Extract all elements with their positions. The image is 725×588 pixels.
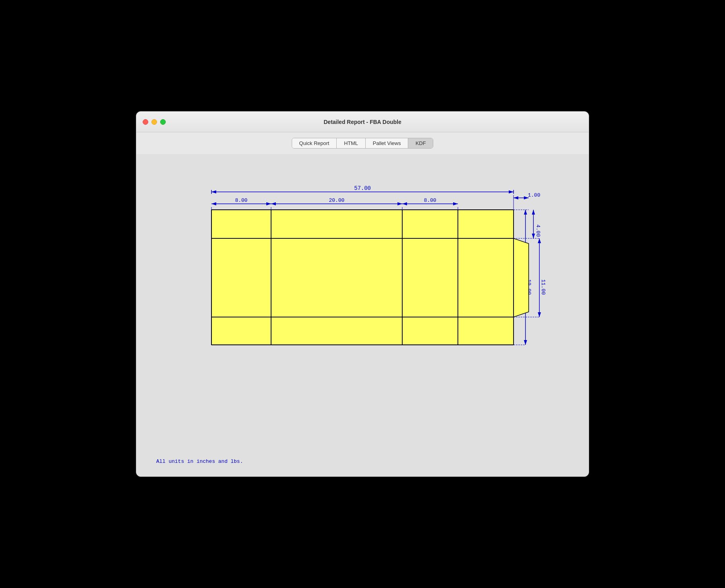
- svg-marker-19: [532, 234, 535, 238]
- svg-rect-37: [402, 317, 458, 345]
- svg-marker-22: [538, 312, 541, 317]
- titlebar: Detailed Report - FBA Double: [136, 112, 589, 132]
- minimize-button[interactable]: [151, 119, 157, 125]
- content-area: 57.00 8.00 20.00 8.00 1.00: [136, 154, 589, 476]
- tab-kdf[interactable]: KDF: [408, 138, 433, 148]
- tab-html[interactable]: HTML: [337, 138, 365, 148]
- close-button[interactable]: [143, 119, 148, 125]
- dim-middle-height: 11.00: [540, 279, 545, 295]
- svg-marker-15: [514, 196, 518, 199]
- svg-marker-21: [538, 238, 541, 243]
- maximize-button[interactable]: [160, 119, 166, 125]
- svg-rect-26: [211, 210, 271, 238]
- svg-rect-36: [271, 317, 402, 345]
- dim-section3: 8.00: [424, 197, 436, 203]
- svg-marker-9: [271, 202, 276, 205]
- main-window: Detailed Report - FBA Double Quick Repor…: [136, 111, 589, 477]
- box-diagram: 57.00 8.00 20.00 8.00 1.00: [180, 170, 545, 377]
- svg-rect-30: [211, 238, 271, 317]
- svg-rect-29: [458, 210, 514, 238]
- dim-section2: 20.00: [329, 197, 344, 203]
- svg-marker-34: [514, 238, 529, 317]
- svg-rect-32: [402, 238, 458, 317]
- svg-marker-3: [211, 190, 216, 193]
- svg-rect-38: [458, 317, 514, 345]
- svg-marker-4: [509, 190, 514, 193]
- svg-marker-24: [524, 210, 527, 215]
- tab-pallet-views[interactable]: Pallet Views: [366, 138, 409, 148]
- footer-note: All units in inches and lbs.: [156, 458, 243, 464]
- dim-top-height: 4.00: [535, 224, 541, 237]
- svg-marker-6: [211, 202, 216, 205]
- window-title: Detailed Report - FBA Double: [324, 119, 401, 125]
- dim-section1: 8.00: [235, 197, 247, 203]
- svg-marker-10: [397, 202, 402, 205]
- tab-quick-report[interactable]: Quick Report: [292, 138, 337, 148]
- dim-right-margin: 1.00: [528, 192, 540, 198]
- svg-marker-12: [402, 202, 407, 205]
- svg-rect-28: [402, 210, 458, 238]
- svg-marker-18: [532, 210, 535, 215]
- svg-rect-27: [271, 210, 402, 238]
- traffic-lights: [143, 119, 166, 125]
- svg-rect-33: [458, 238, 514, 317]
- svg-rect-35: [211, 317, 271, 345]
- tab-group: Quick Report HTML Pallet Views KDF: [292, 138, 434, 149]
- dim-total-width: 57.00: [354, 185, 371, 191]
- svg-marker-7: [266, 202, 271, 205]
- svg-marker-25: [524, 340, 527, 345]
- svg-marker-13: [453, 202, 458, 205]
- toolbar: Quick Report HTML Pallet Views KDF: [136, 132, 589, 154]
- svg-rect-31: [271, 238, 402, 317]
